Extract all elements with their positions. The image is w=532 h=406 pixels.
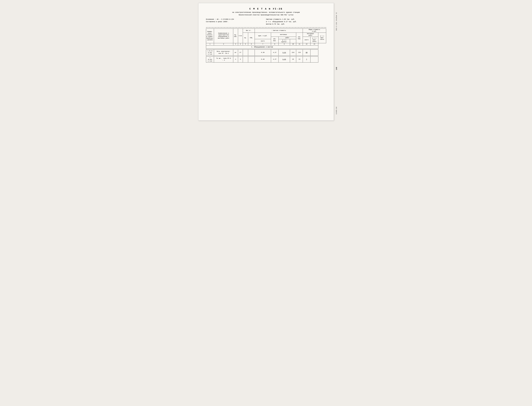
header-cost-unit: един. в руб.	[255, 33, 271, 39]
col-idx-9: 9	[279, 43, 290, 45]
row2-qty: 3	[238, 56, 243, 63]
header-total-equip: обо-руд.	[296, 33, 303, 43]
col-idx-11: 11	[296, 43, 303, 45]
col-idx-7: 7	[255, 43, 271, 45]
column-index-row: 1 2 3 4 5 6 7 8 9 10 11 12 13	[206, 43, 326, 45]
header-total-tzp2: в т.чзарп-плата	[318, 33, 326, 43]
document-title: С м е т а № УI-2б	[206, 8, 326, 10]
row2-total-equip: I3	[296, 56, 303, 63]
top-dashed-separator	[206, 27, 326, 28]
row2-total-tzp	[311, 56, 318, 63]
section1-header: I. Оборудование и монтаж	[206, 45, 326, 49]
col-idx-10: 10	[290, 43, 296, 45]
row1-weight-total	[248, 50, 255, 56]
header-col-qty: К-во	[238, 29, 243, 43]
header-weight-unit: ед.	[243, 33, 248, 43]
col-idx-1: 1	[206, 43, 214, 45]
header-cost-main: : Сметная стоимость	[255, 29, 303, 33]
cost-line1: Сметная стоимость 1.03 тыс. руб.	[266, 18, 326, 21]
page-number: 149	[336, 67, 337, 70]
document-title-section: С м е т а № УI-2б на электроотопление пр…	[206, 8, 326, 16]
col-idx-2: 2	[214, 43, 233, 45]
basis-line2: Составлена в ценах 1969г.	[206, 21, 260, 23]
table-row-2: –"–28-00I8-7I20 То же , типа ПТ-5– 2 п 3…	[206, 56, 326, 63]
header-cost-unit2: обо-руд.	[271, 37, 278, 43]
header-total-main: Общая стоимостьв руб.	[303, 29, 326, 33]
basis-line1: Основание : АК – 2-2тп302-8-154	[206, 18, 260, 21]
header-col-unit: Ед.изм.	[233, 29, 238, 43]
table-row-1: I.I5-I423-0078-7120 Печь электричес-кая …	[206, 50, 326, 56]
basis-section: Основание : АК – 2-2тп302-8-154 Составле…	[206, 18, 326, 25]
row2-cost-mount-tzp: 2.21	[279, 56, 290, 63]
col-idx-12: 12	[303, 43, 311, 45]
margin-bottom-label: 12405-04	[336, 107, 337, 114]
right-margin: 902-2-191 Альбом II 149 12405-04	[334, 3, 339, 120]
row2-total-mount: 7	[303, 56, 311, 63]
row2-unit: п	[233, 56, 238, 63]
header-total-mount: монтажныхработ	[303, 33, 318, 37]
header-total-all: всего	[303, 37, 311, 43]
row1-total-equip: II5	[296, 50, 303, 56]
row2-weight-unit	[243, 56, 248, 63]
row1-total-mount: 60	[303, 50, 311, 56]
row2-norm: –"–28-00I8-7I20	[206, 56, 214, 63]
row2-cost-total: 25	[290, 56, 296, 63]
row1-name: Печь электричес-кая ПТ -I0-2	[214, 50, 233, 56]
col-idx-13: 13	[311, 43, 318, 45]
col-idx-8: 8	[271, 43, 278, 45]
cost-line2: в т.ч. оборудование 0.27 тыс. руб.	[266, 21, 326, 23]
header-col-num: Наимен. укруп. показат. и нормат. прейск…	[206, 29, 214, 43]
basis-left: Основание : АК – 2-2тп302-8-154 Составле…	[206, 18, 260, 25]
cost-line3: монтаж 0.76 тыс. руб.	[266, 23, 326, 25]
table-header-row1: Наимен. укруп. показат. и нормат. прейск…	[206, 29, 326, 33]
header-cost-all: всего	[255, 39, 271, 43]
col-idx-5: 5	[243, 43, 248, 45]
row1-cost-total: 224	[290, 50, 296, 56]
header-weight-main: Вес кг.	[243, 29, 255, 33]
row1-norm: I.I5-I423-0078-7120	[206, 50, 214, 56]
col-idx-6: 6	[248, 43, 255, 45]
basis-right: Сметная стоимость 1.03 тыс. руб. в т.ч. …	[266, 18, 326, 25]
row1-cost-mount-tzp: 2.21	[279, 50, 290, 56]
separator3	[206, 63, 326, 72]
margin-top-label: 902-2-191 Альбом II	[336, 12, 337, 31]
row1-qty: 27	[238, 50, 243, 56]
row1-weight-unit	[243, 50, 248, 56]
main-table: Наимен. укруп. показат. и нормат. прейск…	[206, 29, 326, 72]
row1-unit: шт	[233, 50, 238, 56]
subtitle-line1: на электроотопление производственно- всп…	[232, 11, 300, 13]
header-cost-tzp: в т.чзарплат.	[279, 39, 290, 43]
row2-cost-unit: 8.40	[255, 56, 271, 63]
row2-name: То же , типа ПТ-5– 2	[214, 56, 233, 63]
header-weight-total: общ.	[248, 33, 255, 43]
header-mount-work: работ	[279, 37, 296, 39]
subtitle-line2: биологической очистки производительность…	[239, 14, 293, 16]
document-subtitle: на электроотопление производственно- всп…	[206, 11, 326, 16]
header-total-tzp: в т.чзарп-плата	[311, 37, 318, 43]
row2-cost-mount-all: 4.27	[271, 56, 278, 63]
header-col-name: Наименование ихарактеристикаоборудования…	[214, 29, 233, 43]
header-mount-cost: монтажных	[271, 33, 296, 37]
row2-weight-total	[248, 56, 255, 63]
col-idx-3: 3	[233, 43, 238, 45]
document-page: 902-2-191 Альбом II 149 12405-04 С м е т…	[198, 3, 334, 121]
row1-total-tzp	[311, 50, 318, 56]
row1-cost-mount-all: 4.27	[271, 50, 278, 56]
col-idx-4: 4	[238, 43, 243, 45]
row1-cost-unit: 8.30	[255, 50, 271, 56]
